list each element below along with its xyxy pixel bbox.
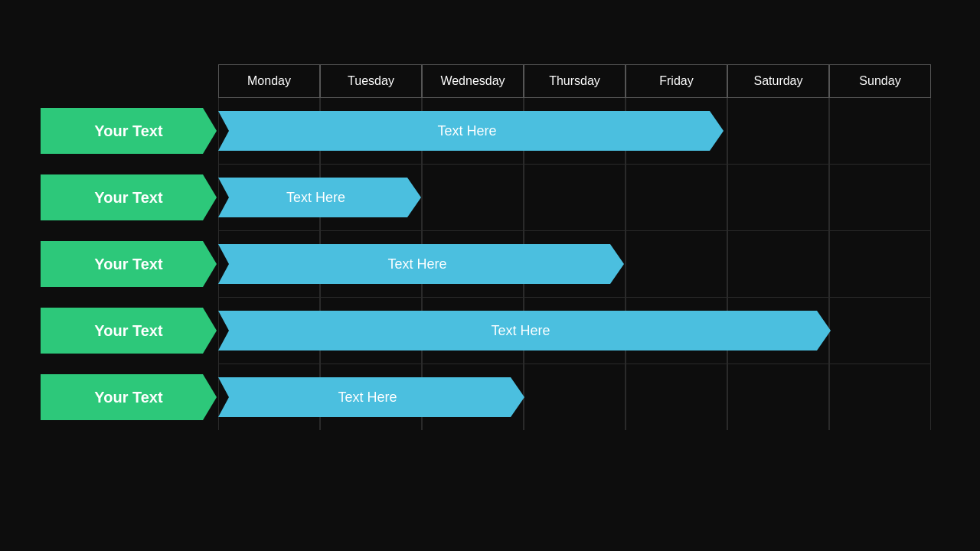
day-header-thursday: Thursday — [524, 64, 626, 98]
grid-cell — [524, 165, 626, 230]
timeline-row: Your TextText Here — [34, 165, 946, 230]
day-header-wednesday: Wednesday — [422, 64, 524, 98]
header-row: MondayTuesdayWednesdayThursdayFridaySatu… — [218, 64, 946, 98]
grid-cell — [626, 231, 727, 297]
bar-wrapper: Text Here — [218, 108, 724, 154]
timeline-row: Your TextText Here — [34, 298, 946, 364]
row-label: Your Text — [41, 174, 217, 220]
timeline-bar: Text Here — [218, 244, 624, 284]
grid-cell — [829, 231, 931, 297]
grid-cell — [727, 98, 829, 164]
grid-cell — [626, 165, 727, 230]
row-label: Your Text — [41, 374, 217, 420]
timeline-bar: Text Here — [218, 178, 421, 217]
timeline-row: Your TextText Here — [34, 364, 946, 430]
grid-cell — [727, 364, 829, 430]
grid-cell — [829, 364, 931, 430]
day-header-sunday: Sunday — [829, 64, 931, 98]
grid-cell — [727, 165, 829, 230]
timeline-bar: Text Here — [218, 311, 831, 350]
grid-cell — [829, 98, 931, 164]
day-header-saturday: Saturday — [727, 64, 829, 98]
timeline-container: MondayTuesdayWednesdayThursdayFridaySatu… — [34, 64, 946, 430]
grid-cell — [727, 231, 829, 297]
bar-wrapper: Text Here — [218, 308, 831, 354]
timeline-bar: Text Here — [218, 377, 524, 417]
bar-wrapper: Text Here — [218, 241, 624, 287]
grid-cell — [524, 364, 626, 430]
bar-wrapper: Text Here — [218, 374, 524, 420]
row-label: Your Text — [41, 241, 217, 287]
row-label: Your Text — [41, 108, 217, 154]
row-label: Your Text — [41, 308, 217, 354]
grid-cell — [829, 165, 931, 230]
grid-cell — [829, 298, 931, 364]
grid-body: Your TextText HereYour TextText HereYour… — [34, 98, 946, 430]
day-header-monday: Monday — [218, 64, 320, 98]
day-header-tuesday: Tuesday — [320, 64, 422, 98]
grid-cell — [626, 364, 727, 430]
day-header-friday: Friday — [626, 64, 727, 98]
timeline-bar: Text Here — [218, 111, 724, 151]
timeline-row: Your TextText Here — [34, 98, 946, 164]
grid-cell — [422, 165, 524, 230]
timeline-row: Your TextText Here — [34, 231, 946, 297]
bar-wrapper: Text Here — [218, 174, 421, 220]
